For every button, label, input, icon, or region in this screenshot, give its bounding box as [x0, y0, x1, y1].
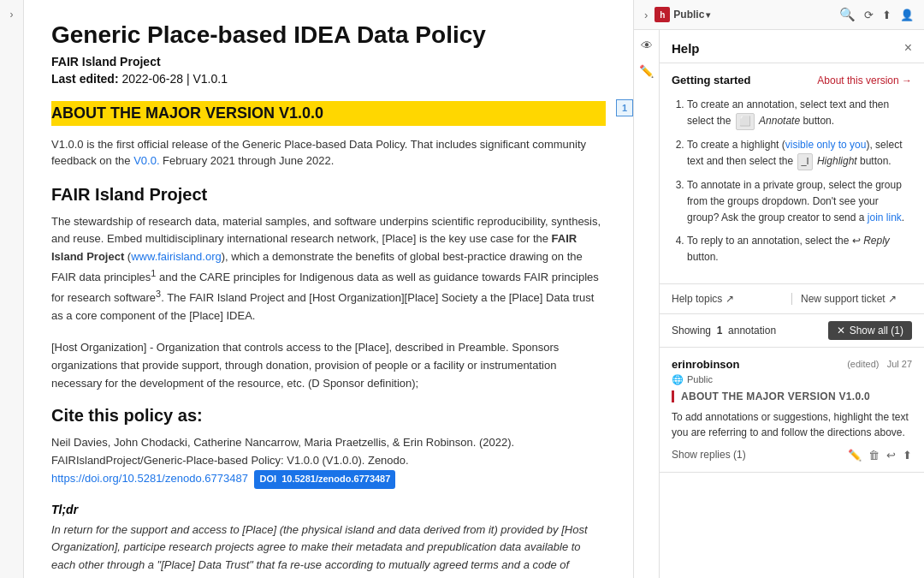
help-getting-started-row: Getting started About this version →: [672, 74, 912, 86]
refresh-icon[interactable]: ⟳: [864, 9, 874, 21]
hypothesis-icon: h: [654, 7, 670, 22]
document-project: FAIR Island Project: [51, 55, 606, 69]
help-step-2: To create a highlight (visible only to y…: [687, 137, 912, 170]
help-step-4: To reply to an annotation, select the ↩ …: [687, 233, 912, 265]
panel-body: 👁 ✏️ Help × Getting started About this v…: [634, 30, 924, 578]
help-header: Help ×: [660, 30, 924, 63]
join-link[interactable]: join link: [868, 212, 902, 223]
share-icon[interactable]: ⬆: [882, 9, 891, 21]
reply-annotation-icon[interactable]: ↩: [886, 449, 896, 462]
panel-collapse-icon[interactable]: ›: [644, 9, 648, 21]
about-version-link[interactable]: About this version →: [817, 74, 912, 86]
highlight-icon: _I: [797, 153, 812, 170]
annotation-count: 1: [717, 325, 723, 337]
annotation-actions: Show replies (1) ✏️ 🗑 ↩ ⬆: [672, 449, 912, 462]
eye-icon[interactable]: 👁: [641, 39, 653, 52]
help-links-divider: [791, 293, 792, 305]
sidebar-arrow-icon[interactable]: ›: [10, 9, 14, 21]
user-icon[interactable]: 👤: [900, 9, 914, 21]
annotation-card: erinrobinson (edited) Jul 27 🌐 Public AB…: [660, 348, 924, 473]
show-replies-link[interactable]: Show replies (1): [672, 449, 746, 461]
fairisland-link[interactable]: www.fairisland.org: [131, 250, 222, 263]
cite-heading: Cite this policy as:: [51, 406, 606, 426]
annotate-icon: ⬜: [736, 113, 755, 130]
help-step-1: To create an annotation, select text and…: [687, 97, 912, 130]
v00-link[interactable]: V0.0.: [133, 154, 159, 167]
show-all-button[interactable]: ✕ Show all (1): [828, 321, 912, 340]
help-getting-started-section: Getting started About this version → To …: [660, 63, 924, 284]
right-panel: › h Public ▾ 🔍 ⟳ ⬆ 👤 👁 ✏️ Help: [633, 0, 924, 578]
annotation-body: To add annotations or suggestions, highl…: [672, 409, 912, 440]
cite-section: Cite this policy as: Neil Davies, John C…: [51, 406, 606, 488]
hypothesis-logo: h Public ▾: [654, 7, 710, 22]
annotation-group-label: Public: [687, 374, 713, 384]
host-org-text: [Host Organization] - Organization that …: [51, 339, 606, 392]
chevron-down-icon: ▾: [706, 10, 710, 20]
visible-only-link[interactable]: visible only to you: [785, 139, 867, 151]
annotation-edited: (edited): [847, 359, 879, 369]
last-edited-label: Last edited:: [51, 72, 119, 86]
major-version-heading: ABOUT THE MAJOR VERSION V1.0.0: [51, 101, 606, 126]
annotation-meta: (edited) Jul 27: [847, 359, 912, 369]
help-title: Help: [672, 41, 700, 56]
annotation-action-icons: ✏️ 🗑 ↩ ⬆: [848, 449, 912, 462]
search-icon[interactable]: 🔍: [839, 7, 856, 22]
help-topics-link[interactable]: Help topics ↗: [672, 293, 783, 305]
public-group-label[interactable]: Public ▾: [673, 9, 710, 21]
annotation-marker[interactable]: 1: [616, 99, 633, 116]
document-title: Generic Place-based IDEA Data Policy: [51, 21, 606, 50]
doi-badge: DOI 10.5281/zenodo.6773487: [254, 470, 395, 489]
share-annotation-icon[interactable]: ⬆: [903, 449, 912, 462]
left-sidebar-toggle: ›: [0, 0, 24, 578]
help-step-3: To annotate in a private group, select t…: [687, 177, 912, 227]
fair-island-heading: FAIR Island Project: [51, 185, 606, 205]
tldr-section: Tl;dr In return for the support and acce…: [51, 503, 606, 578]
tldr-text: In return for the support and access to …: [51, 521, 606, 578]
showing-label: Showing: [672, 325, 711, 337]
annotation-group-row: 🌐 Public: [672, 374, 912, 385]
pen-icon[interactable]: ✏️: [639, 64, 654, 78]
help-close-button[interactable]: ×: [904, 40, 912, 56]
delete-annotation-icon[interactable]: 🗑: [868, 449, 880, 462]
document-meta: Last edited: 2022-06-28 | V1.0.1: [51, 72, 606, 86]
annotations-toolbar: Showing 1 annotation ✕ Show all (1): [660, 314, 924, 348]
annotation-quote: ABOUT THE MAJOR VERSION V1.0.0: [672, 390, 912, 402]
panel-topbar-icons: 🔍 ⟳ ⬆ 👤: [839, 7, 914, 22]
group-name: Public: [673, 9, 704, 21]
help-steps-list: To create an annotation, select text and…: [672, 97, 912, 266]
panel-topbar: › h Public ▾ 🔍 ⟳ ⬆ 👤: [634, 0, 924, 30]
main-document: Generic Place-based IDEA Data Policy FAI…: [24, 0, 633, 578]
annotation-user: erinrobinson: [672, 358, 739, 371]
edit-annotation-icon[interactable]: ✏️: [848, 449, 862, 462]
annotation-word: annotation: [728, 325, 776, 337]
tldr-title: Tl;dr: [51, 503, 606, 516]
show-all-x-icon: ✕: [837, 325, 845, 337]
annotations-count: Showing 1 annotation: [672, 325, 776, 337]
annotation-date: Jul 27: [887, 359, 912, 369]
new-support-ticket-link[interactable]: New support ticket ↗: [801, 293, 912, 305]
doi-url[interactable]: https://doi.org/10.5281/zenodo.6773487: [51, 472, 248, 485]
last-edited-value: 2022-06-28 | V1.0.1: [121, 72, 228, 86]
annotation-header: erinrobinson (edited) Jul 27: [672, 358, 912, 371]
help-annotations-panel: Help × Getting started About this versio…: [660, 30, 924, 578]
help-links-row: Help topics ↗ New support ticket ↗: [660, 284, 924, 314]
panel-topbar-left: › h Public ▾: [644, 7, 710, 22]
show-all-label: Show all (1): [850, 325, 903, 337]
intro-text: V1.0.0 is the first official release of …: [51, 136, 606, 170]
cite-text: Neil Davies, John Chodacki, Catherine Na…: [51, 434, 606, 488]
annotation-group-icon: 🌐: [672, 374, 684, 385]
getting-started-label: Getting started: [672, 74, 750, 86]
panel-left-icons: 👁 ✏️: [634, 30, 660, 578]
fair-island-body: The stewardship of research data, materi…: [51, 213, 606, 325]
